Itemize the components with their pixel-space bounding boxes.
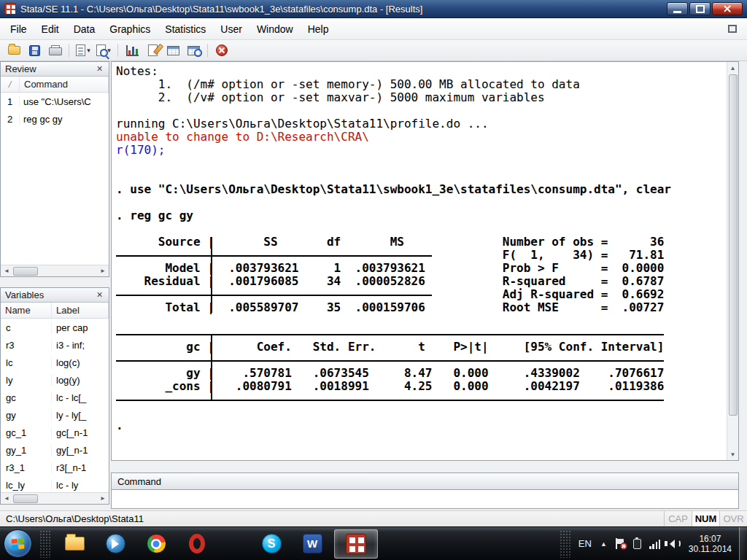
- variable-row[interactable]: gyly - ly[_: [1, 406, 109, 424]
- data-editor-button[interactable]: [163, 42, 182, 59]
- variable-row[interactable]: r3i3 - inf;: [1, 336, 109, 354]
- title-bar[interactable]: Stata/SE 11.1 - C:\Users\Ольга\Desktop\S…: [0, 0, 747, 18]
- variable-label: lc - lc[_: [52, 392, 109, 403]
- menu-user[interactable]: User: [213, 20, 249, 39]
- status-bar: C:\Users\Ольга\Desktop\Stata11 CAP NUM O…: [0, 510, 747, 526]
- scroll-right-button[interactable]: ►: [97, 265, 109, 276]
- menu-graphics[interactable]: Graphics: [102, 20, 158, 39]
- do-file-editor-button[interactable]: [143, 42, 162, 59]
- review-rc-column-header[interactable]: /: [1, 77, 20, 92]
- break-button[interactable]: [212, 42, 231, 59]
- taskbar-opera[interactable]: [178, 529, 216, 559]
- command-input-container: [111, 490, 739, 509]
- variables-name-column-header[interactable]: Name: [1, 303, 52, 318]
- restore-button[interactable]: [689, 2, 711, 15]
- variable-label: ly - ly[_: [52, 410, 109, 421]
- data-browser-icon: [187, 46, 200, 55]
- review-row[interactable]: 2 reg gc gy: [1, 110, 109, 128]
- scroll-down-button[interactable]: ▼: [727, 448, 738, 460]
- taskbar-media-player[interactable]: [96, 529, 134, 559]
- num-lock-indicator: NUM: [692, 511, 719, 526]
- results-line: Notes:: [116, 65, 725, 78]
- variables-panel-header[interactable]: Variables ×: [1, 288, 109, 303]
- scrollbar-thumb[interactable]: [13, 494, 38, 503]
- variables-label-column-header[interactable]: Label: [52, 303, 109, 318]
- variable-row[interactable]: gclc - lc[_: [1, 389, 109, 406]
- variables-close-button[interactable]: ×: [94, 289, 105, 300]
- review-row[interactable]: 1 use "C:\Users\C: [1, 93, 109, 110]
- variable-row[interactable]: lylog(y): [1, 371, 109, 389]
- show-desktop-button[interactable]: [739, 527, 747, 560]
- graph-icon: [126, 45, 139, 56]
- action-center-button[interactable]: [611, 527, 629, 560]
- data-browser-button[interactable]: [184, 42, 203, 59]
- log-button[interactable]: ▾: [74, 42, 93, 59]
- scroll-left-button[interactable]: ◄: [1, 265, 12, 276]
- close-button[interactable]: [712, 2, 743, 15]
- taskbar-chrome[interactable]: [137, 529, 175, 559]
- taskbar-word[interactable]: W: [293, 529, 331, 559]
- scrollbar-thumb[interactable]: [729, 74, 738, 416]
- menu-file[interactable]: File: [3, 20, 34, 39]
- taskbar-windows-explorer[interactable]: [55, 529, 93, 559]
- results-panel: Notes: 1. (/m# option or -set memory-) 5…: [111, 61, 739, 461]
- chrome-icon: [147, 534, 166, 553]
- variable-label: lc - ly: [52, 480, 109, 491]
- menu-data[interactable]: Data: [66, 20, 103, 39]
- save-icon: [29, 45, 40, 56]
- results-window-restore-button[interactable]: [724, 21, 741, 37]
- variable-row[interactable]: gc_1gc[_n-1: [1, 424, 109, 441]
- scroll-right-button[interactable]: ►: [97, 493, 109, 504]
- network-tray-button[interactable]: [646, 527, 664, 560]
- variable-row[interactable]: lc_lylc - ly: [1, 476, 109, 494]
- results-return-code-line[interactable]: r(170);: [116, 144, 725, 157]
- minimize-button[interactable]: [667, 2, 688, 15]
- scroll-up-button[interactable]: ▲: [727, 62, 738, 74]
- taskbar-clock[interactable]: 16:07 30.11.2014: [681, 534, 739, 554]
- variable-name: gc_1: [1, 427, 52, 438]
- alert-badge-icon: [620, 542, 627, 550]
- log-dropdown-icon[interactable]: ▾: [87, 47, 90, 54]
- menu-help[interactable]: Help: [301, 20, 336, 39]
- command-input[interactable]: [112, 490, 738, 508]
- variable-row[interactable]: cper cap: [1, 319, 109, 336]
- clock-time: 16:07: [689, 534, 732, 544]
- show-hidden-icons-button[interactable]: ▲: [596, 540, 611, 548]
- results-line: [116, 170, 725, 183]
- variable-name: r3_1: [1, 462, 52, 473]
- variable-name: lc_ly: [1, 480, 52, 491]
- start-button[interactable]: [4, 529, 32, 558]
- taskbar-skype[interactable]: S: [252, 529, 290, 559]
- menu-edit[interactable]: Edit: [34, 20, 66, 39]
- variable-label: gy[_n-1: [52, 445, 109, 456]
- window-title: Stata/SE 11.1 - C:\Users\Ольга\Desktop\S…: [20, 4, 422, 15]
- command-panel-header[interactable]: Command: [111, 472, 739, 490]
- anova-table-rule-top: [116, 255, 432, 257]
- review-close-button[interactable]: ×: [94, 63, 105, 74]
- menu-window[interactable]: Window: [249, 20, 301, 39]
- volume-tray-button[interactable]: [664, 527, 681, 560]
- do-file-editor-icon: [148, 44, 158, 56]
- review-command-column-header[interactable]: Command: [20, 77, 109, 92]
- results-line: 1. (/m# option or -set memory-) 500.00 M…: [116, 78, 725, 91]
- menu-statistics[interactable]: Statistics: [158, 20, 213, 39]
- media-player-icon: [106, 534, 125, 553]
- viewer-button[interactable]: ▾: [94, 42, 113, 59]
- results-line: [116, 196, 725, 209]
- graph-button[interactable]: [123, 42, 142, 59]
- variable-row[interactable]: gy_1gy[_n-1: [1, 441, 109, 459]
- open-button[interactable]: [4, 42, 23, 59]
- taskbar-stata-active[interactable]: [334, 529, 378, 559]
- language-indicator[interactable]: EN: [574, 538, 596, 549]
- save-button[interactable]: [25, 42, 44, 59]
- scrollbar-thumb[interactable]: [13, 267, 38, 276]
- review-column-headers: / Command: [1, 77, 109, 93]
- review-panel-header[interactable]: Review ×: [1, 62, 109, 77]
- variable-label: log(c): [52, 357, 109, 368]
- variable-row[interactable]: lclog(c): [1, 354, 109, 371]
- clipboard-tray-button[interactable]: [629, 527, 646, 560]
- variable-row[interactable]: r3_1r3[_n-1: [1, 459, 109, 476]
- print-button[interactable]: [45, 42, 64, 59]
- scroll-left-button[interactable]: ◄: [1, 493, 12, 504]
- coef-table-rule-middle: [116, 360, 664, 362]
